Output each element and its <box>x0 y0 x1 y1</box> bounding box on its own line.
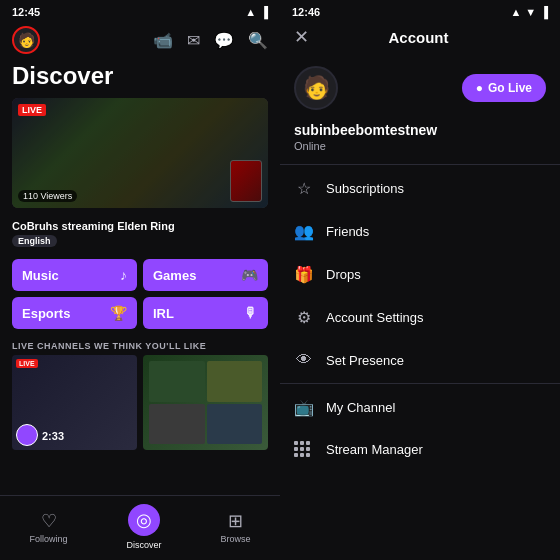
following-icon: ♡ <box>41 510 57 532</box>
streaming-text: streaming <box>62 220 118 232</box>
left-status-icons: ▲ ▐ <box>245 6 268 18</box>
following-nav-item[interactable]: ♡ Following <box>29 510 67 544</box>
left-top-nav: 🧑 📹 ✉ 💬 🔍 <box>0 22 280 60</box>
friends-icon: 👥 <box>294 222 314 241</box>
browse-label: Browse <box>220 534 250 544</box>
channel-card-2-bg <box>143 355 268 450</box>
music-icon: ♪ <box>120 267 127 283</box>
discover-bubble: ◎ <box>128 504 160 536</box>
right-time: 12:46 <box>292 6 320 18</box>
menu-divider-top <box>280 164 560 165</box>
irl-label: IRL <box>153 306 174 321</box>
irl-category-btn[interactable]: IRL 🎙 <box>143 297 268 329</box>
close-button[interactable]: ✕ <box>294 26 309 48</box>
subscriptions-label: Subscriptions <box>326 181 546 196</box>
following-label: Following <box>29 534 67 544</box>
games-label: Games <box>153 268 196 283</box>
my-channel-label: My Channel <box>326 400 546 415</box>
friends-menu-item[interactable]: 👥 Friends <box>280 210 560 253</box>
channel-1-timer: 2:33 <box>42 430 64 442</box>
account-header: 🧑 ● Go Live <box>280 56 560 118</box>
drops-icon: 🎁 <box>294 265 314 284</box>
discover-label: Discover <box>126 540 161 550</box>
channel-1-live-badge: LIVE <box>16 359 38 368</box>
go-live-button[interactable]: ● Go Live <box>462 74 546 102</box>
esports-category-btn[interactable]: Esports 🏆 <box>12 297 137 329</box>
channel-card-2[interactable] <box>143 355 268 450</box>
right-status-bar: 12:46 ▲ ▼ ▐ <box>280 0 560 22</box>
channel-1-avatar <box>16 424 38 446</box>
live-badge: LIVE <box>18 104 46 116</box>
nav-icons: 📹 ✉ 💬 🔍 <box>153 31 268 50</box>
live-card[interactable]: LIVE 110 Viewers <box>12 98 268 208</box>
set-presence-menu-item[interactable]: 👁 Set Presence <box>280 339 560 381</box>
game-thumbnail <box>230 160 262 202</box>
account-username: subinbeebomtestnew <box>280 118 560 140</box>
bottom-nav: ♡ Following ◎ Discover ⊞ Browse <box>0 495 280 560</box>
message-icon[interactable]: ✉ <box>187 31 200 50</box>
right-panel: 12:46 ▲ ▼ ▐ ✕ Account 🧑 ● Go Live subinb… <box>280 0 560 560</box>
game-name: Elden Ring <box>117 220 174 232</box>
right-battery-icon: ▐ <box>540 6 548 18</box>
stream-manager-menu-item[interactable]: Stream Manager <box>280 429 560 469</box>
battery-icon: ▐ <box>260 6 268 18</box>
right-wifi-icon: ▼ <box>525 6 536 18</box>
discover-icon: ◎ <box>136 509 152 531</box>
browse-nav-item[interactable]: ⊞ Browse <box>220 510 250 544</box>
menu-divider-mid <box>280 383 560 384</box>
presence-icon: 👁 <box>294 351 314 369</box>
drops-menu-item[interactable]: 🎁 Drops <box>280 253 560 296</box>
chat-icon[interactable]: 💬 <box>214 31 234 50</box>
channel-icon: 📺 <box>294 398 314 417</box>
viewers-badge: 110 Viewers <box>18 190 77 202</box>
left-time: 12:45 <box>12 6 40 18</box>
avatar-person-icon-right: 🧑 <box>303 75 330 101</box>
stream-manager-icon <box>294 441 314 457</box>
account-title: Account <box>389 29 449 46</box>
left-status-bar: 12:45 ▲ ▐ <box>0 0 280 22</box>
page-title: Discover <box>0 60 280 98</box>
irl-icon: 🎙 <box>244 305 258 321</box>
search-icon[interactable]: 🔍 <box>248 31 268 50</box>
account-avatar: 🧑 <box>294 66 338 110</box>
wifi-icon: ▲ <box>245 6 256 18</box>
avatar-icon[interactable]: 🧑 <box>12 26 40 54</box>
live-channels-row: LIVE 2:33 <box>0 355 280 495</box>
go-live-dot: ● <box>476 81 483 95</box>
discover-nav-item[interactable]: ◎ Discover <box>126 504 161 550</box>
language-tag: English <box>12 235 57 247</box>
subscriptions-icon: ☆ <box>294 179 314 198</box>
video-icon[interactable]: 📹 <box>153 31 173 50</box>
go-live-label: Go Live <box>488 81 532 95</box>
subscriptions-menu-item[interactable]: ☆ Subscriptions <box>280 167 560 210</box>
music-category-btn[interactable]: Music ♪ <box>12 259 137 291</box>
avatar-person-icon: 🧑 <box>18 32 35 48</box>
streamer-name: CoBruhs <box>12 220 58 232</box>
esports-icon: 🏆 <box>110 305 127 321</box>
channel-card-1[interactable]: LIVE 2:33 <box>12 355 137 450</box>
browse-icon: ⊞ <box>228 510 243 532</box>
category-grid: Music ♪ Games 🎮 Esports 🏆 IRL 🎙 <box>0 253 280 335</box>
settings-icon: ⚙ <box>294 308 314 327</box>
live-card-bg: LIVE 110 Viewers <box>12 98 268 208</box>
my-channel-menu-item[interactable]: 📺 My Channel <box>280 386 560 429</box>
set-presence-label: Set Presence <box>326 353 546 368</box>
account-status: Online <box>280 140 560 162</box>
right-status-icons: ▲ ▼ ▐ <box>510 6 548 18</box>
friends-label: Friends <box>326 224 546 239</box>
account-settings-label: Account Settings <box>326 310 546 325</box>
stream-manager-label: Stream Manager <box>326 442 546 457</box>
esports-label: Esports <box>22 306 70 321</box>
left-panel: 12:45 ▲ ▐ 🧑 📹 ✉ 💬 🔍 Discover LIVE 110 Vi… <box>0 0 280 560</box>
streamer-info: CoBruhs streaming Elden Ring English <box>0 216 280 253</box>
right-top-nav: ✕ Account <box>280 22 560 56</box>
right-triangle-icon: ▲ <box>510 6 521 18</box>
games-category-btn[interactable]: Games 🎮 <box>143 259 268 291</box>
music-label: Music <box>22 268 59 283</box>
drops-label: Drops <box>326 267 546 282</box>
account-settings-menu-item[interactable]: ⚙ Account Settings <box>280 296 560 339</box>
live-channels-section-label: LIVE CHANNELS WE THINK YOU'LL LIKE <box>0 335 280 355</box>
games-icon: 🎮 <box>241 267 258 283</box>
